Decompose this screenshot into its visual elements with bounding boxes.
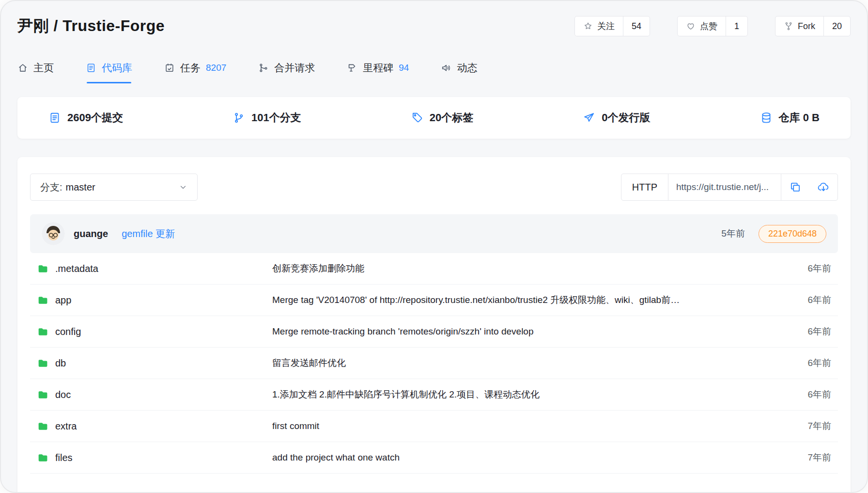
branch-selector[interactable]: 分支: master [30,174,198,201]
table-row[interactable]: doc 1.添加文档 2.邮件中缺陷序号计算机制优化 2.项目、课程动态优化 6… [30,379,838,411]
file-commit-time: 6年前 [765,357,838,369]
file-name: db [55,358,66,369]
file-name: doc [55,389,71,400]
tab-tasks[interactable]: 任务 8207 [164,61,226,83]
stat-tags-label: 20个标签 [430,111,473,125]
stat-branches-label: 101个分支 [251,111,301,125]
folder-icon [37,263,49,275]
tab-tasks-badge: 8207 [206,63,226,73]
table-row[interactable]: config Merge remote-tracking branch 'rem… [30,316,838,348]
chevron-down-icon [179,183,187,191]
star-icon [583,21,593,31]
download-button[interactable] [809,174,837,200]
file-list: .metadata 创新竞赛添加删除功能 6年前 app Merge tag '… [30,253,838,493]
table-row[interactable]: app Merge tag 'V20140708' of http://repo… [30,285,838,316]
file-commit-message[interactable]: 1.添加文档 2.邮件中缺陷序号计算机制优化 2.项目、课程动态优化 [272,388,765,401]
table-row-clipped [30,474,838,493]
commit-icon [48,111,61,124]
file-name-link[interactable]: doc [30,389,272,401]
like-label-cell[interactable]: 点赞 [678,16,726,36]
tab-home-label: 主页 [33,61,54,75]
file-name: extra [55,421,77,432]
milestone-icon [347,63,357,73]
watch-count[interactable]: 54 [623,16,650,36]
repo-actions: 关注 54 点赞 1 [574,16,851,36]
table-row[interactable]: db 留言发送邮件优化 6年前 [30,348,838,379]
tab-code[interactable]: 代码库 [86,61,132,83]
file-name-link[interactable]: extra [30,420,272,432]
folder-icon [37,420,49,432]
copy-url-button[interactable] [781,174,809,200]
stat-commits[interactable]: 2609个提交 [48,111,123,125]
file-commit-message[interactable]: 创新竞赛添加删除功能 [272,262,765,275]
repo-icon [86,63,96,73]
file-name-link[interactable]: config [30,326,272,338]
fork-count[interactable]: 20 [823,16,850,36]
stat-releases[interactable]: 0个发行版 [583,111,650,125]
tab-activity[interactable]: 动态 [441,61,477,83]
branch-selector-value: master [66,182,95,193]
tab-merge-requests[interactable]: 合并请求 [258,61,315,83]
home-icon [17,63,28,73]
file-name-link[interactable]: db [30,357,272,369]
file-commit-message[interactable]: first commit [272,421,765,431]
task-icon [164,63,175,73]
file-commit-message[interactable]: 留言发送邮件优化 [272,357,765,369]
tab-code-label: 代码库 [102,61,132,75]
file-commit-time: 6年前 [765,262,838,275]
table-row[interactable]: extra first commit 7年前 [30,411,838,442]
fork-icon [784,21,793,31]
file-name-link[interactable]: files [30,452,272,464]
file-commit-time: 6年前 [765,388,838,401]
merge-icon [258,63,269,73]
stat-tags[interactable]: 20个标签 [411,111,473,125]
stat-repo-size[interactable]: 仓库 0 B [760,111,820,125]
table-row[interactable]: files add the project what one watch 7年前 [30,442,838,474]
repo-breadcrumb[interactable]: 尹刚 / Trustie-Forge [17,16,165,37]
file-commit-time: 6年前 [765,294,838,306]
stat-commits-label: 2609个提交 [67,111,123,125]
watch-button[interactable]: 关注 54 [574,16,650,36]
tab-milestones-badge: 94 [399,63,409,73]
fork-button[interactable]: Fork 20 [775,16,851,36]
avatar[interactable] [42,222,65,245]
file-commit-message[interactable]: add the project what one watch [272,452,765,463]
fork-label-cell[interactable]: Fork [775,16,823,36]
tab-home[interactable]: 主页 [17,61,54,83]
app-window: 尹刚 / Trustie-Forge 关注 54 [0,0,868,493]
repo-tabs: 主页 代码库 任务 8207 合并请求 [17,61,851,83]
file-name: files [55,452,73,463]
watch-label-cell[interactable]: 关注 [575,16,623,36]
table-row[interactable]: .metadata 创新竞赛添加删除功能 6年前 [30,253,838,285]
file-commit-message[interactable]: Merge remote-tracking branch 'remotes/or… [272,326,765,337]
activity-icon [441,63,451,73]
file-commit-time: 7年前 [765,451,838,464]
commit-author[interactable]: guange [74,228,108,239]
clone-protocol-button[interactable]: HTTP [621,174,668,200]
like-button[interactable]: 点赞 1 [677,16,748,36]
browser-toolbar: 分支: master HTTP [30,157,838,201]
folder-icon [37,357,49,369]
clone-url-cell [668,174,781,200]
commit-message-link[interactable]: gemfile 更新 [122,227,175,240]
stat-repo-size-label: 仓库 0 B [779,111,820,125]
file-name-link[interactable]: .metadata [30,263,272,275]
commit-time: 5年前 [721,227,745,240]
tab-milestones-label: 里程碑 [363,61,393,75]
file-commit-message[interactable]: Merge tag 'V20140708' of http://reposito… [272,294,765,306]
tab-milestones[interactable]: 里程碑 94 [347,61,409,83]
clone-url-input[interactable] [668,182,781,192]
page: 尹刚 / Trustie-Forge 关注 54 [1,1,867,493]
stat-branches[interactable]: 101个分支 [232,111,301,125]
file-name: app [55,295,71,306]
file-commit-time: 7年前 [765,420,838,432]
like-count[interactable]: 1 [726,16,747,36]
file-name: config [55,326,81,337]
fork-label: Fork [798,21,815,32]
repo-stats: 2609个提交 101个分支 20个标签 0个发行版 [17,97,851,139]
folder-icon [37,452,49,464]
database-icon [760,111,773,124]
file-name-link[interactable]: app [30,294,272,306]
folder-icon [37,294,49,306]
commit-hash-badge[interactable]: 221e70d648 [759,225,826,243]
